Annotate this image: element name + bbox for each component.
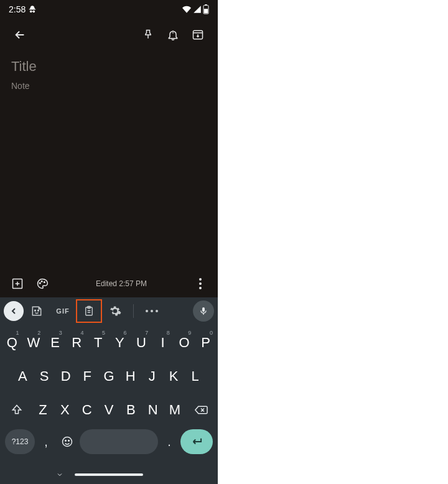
backspace-key[interactable] xyxy=(186,396,217,424)
keyboard-toolbar: GIF xyxy=(0,297,218,325)
nav-bar xyxy=(0,465,218,484)
svg-point-7 xyxy=(44,282,45,283)
space-key[interactable] xyxy=(80,429,158,454)
key-T[interactable]: T5 xyxy=(87,328,109,357)
svg-rect-2 xyxy=(204,9,208,13)
shift-key[interactable] xyxy=(1,396,32,424)
clipboard-icon xyxy=(83,305,95,317)
key-D[interactable]: D xyxy=(55,362,77,391)
enter-key[interactable] xyxy=(180,429,213,454)
emoji-key[interactable] xyxy=(57,429,77,454)
svg-rect-1 xyxy=(205,4,207,6)
key-O[interactable]: O9 xyxy=(174,328,195,357)
palette-icon xyxy=(36,277,49,290)
key-H[interactable]: H xyxy=(119,362,141,391)
archive-icon xyxy=(192,29,204,41)
key-N[interactable]: N xyxy=(142,396,164,424)
key-M[interactable]: M xyxy=(164,396,185,424)
sticker-icon xyxy=(30,305,43,317)
key-A[interactable]: A xyxy=(12,362,34,391)
kb-more-button[interactable] xyxy=(139,301,165,321)
palette-button[interactable] xyxy=(30,271,55,296)
svg-point-8 xyxy=(35,310,36,311)
period-key[interactable]: . xyxy=(161,429,178,454)
note-toolbar: Edited 2:57 PM xyxy=(0,270,218,297)
svg-point-5 xyxy=(39,282,40,284)
keyboard: GIF Q1W2E3R4T5Y6U7I8O9P0 ASDFGHJKL ZXCVB… xyxy=(0,297,218,484)
svg-point-12 xyxy=(63,437,72,447)
nav-handle[interactable] xyxy=(75,473,143,476)
kb-clipboard-button[interactable] xyxy=(76,299,102,323)
status-bar: 2:58 xyxy=(0,0,218,17)
key-P[interactable]: P0 xyxy=(195,328,217,357)
mic-icon xyxy=(198,306,208,316)
key-row-4: ?123 , . xyxy=(1,429,217,454)
svg-point-9 xyxy=(38,310,39,311)
keyboard-keys: Q1W2E3R4T5Y6U7I8O9P0 ASDFGHJKL ZXCVBNM ?… xyxy=(0,325,218,454)
kb-settings-button[interactable] xyxy=(102,301,128,321)
key-I[interactable]: I8 xyxy=(152,328,174,357)
back-button[interactable] xyxy=(7,22,32,47)
dot-icon xyxy=(199,278,202,281)
note-editor[interactable]: Title Note xyxy=(0,52,218,97)
key-L[interactable]: L xyxy=(184,362,206,391)
key-R[interactable]: R4 xyxy=(66,328,88,357)
backspace-icon xyxy=(194,404,208,416)
emoji-icon xyxy=(61,435,73,448)
key-F[interactable]: F xyxy=(77,362,98,391)
key-row-3: ZXCVBNM xyxy=(1,396,217,424)
key-Y[interactable]: Y6 xyxy=(109,328,131,357)
pin-icon xyxy=(142,29,154,41)
enter-icon xyxy=(190,437,203,447)
svg-point-14 xyxy=(68,440,70,442)
key-G[interactable]: G xyxy=(98,362,120,391)
clock: 2:58 xyxy=(9,4,26,14)
kb-sticker-button[interactable] xyxy=(24,301,50,321)
symbols-key[interactable]: ?123 xyxy=(5,429,35,454)
shift-icon xyxy=(11,404,23,416)
kb-voice-button[interactable] xyxy=(193,300,214,322)
key-Z[interactable]: Z xyxy=(32,396,54,424)
comma-key[interactable]: , xyxy=(37,429,55,454)
kb-gif-button[interactable]: GIF xyxy=(50,301,76,321)
dot-icon xyxy=(199,287,202,289)
wifi-icon xyxy=(182,5,192,14)
divider xyxy=(133,304,134,318)
signal-icon xyxy=(193,5,202,14)
gear-icon xyxy=(109,305,121,317)
chevron-left-icon xyxy=(9,306,19,316)
note-app-bar xyxy=(0,17,218,52)
key-row-2: ASDFGHJKL xyxy=(1,362,217,391)
key-J[interactable]: J xyxy=(141,362,163,391)
more-button[interactable] xyxy=(188,278,213,289)
key-B[interactable]: B xyxy=(120,396,142,424)
key-Q[interactable]: Q1 xyxy=(1,328,23,357)
key-V[interactable]: V xyxy=(98,396,119,424)
edited-timestamp: Edited 2:57 PM xyxy=(55,279,188,288)
key-S[interactable]: S xyxy=(34,362,55,391)
dot-icon xyxy=(199,282,202,285)
incognito-icon xyxy=(28,5,37,14)
key-K[interactable]: K xyxy=(163,362,185,391)
kb-collapse-button[interactable] xyxy=(4,301,24,321)
key-C[interactable]: C xyxy=(76,396,98,424)
chevron-down-icon[interactable] xyxy=(55,471,65,478)
key-U[interactable]: U7 xyxy=(131,328,152,357)
key-row-1: Q1W2E3R4T5Y6U7I8O9P0 xyxy=(1,328,217,357)
svg-point-6 xyxy=(41,281,42,282)
add-button[interactable] xyxy=(5,271,30,296)
key-W[interactable]: W2 xyxy=(23,328,45,357)
bell-plus-icon xyxy=(167,29,179,41)
pin-button[interactable] xyxy=(136,22,161,47)
note-input[interactable]: Note xyxy=(11,81,207,91)
arrow-left-icon xyxy=(13,28,27,42)
phone-frame: 2:58 Title Note xyxy=(0,0,218,484)
key-X[interactable]: X xyxy=(54,396,76,424)
key-E[interactable]: E3 xyxy=(44,328,66,357)
title-input[interactable]: Title xyxy=(11,58,207,75)
status-left: 2:58 xyxy=(9,4,37,14)
reminder-button[interactable] xyxy=(161,22,185,47)
plus-box-icon xyxy=(11,277,24,290)
status-right xyxy=(182,4,209,14)
archive-button[interactable] xyxy=(185,22,210,47)
